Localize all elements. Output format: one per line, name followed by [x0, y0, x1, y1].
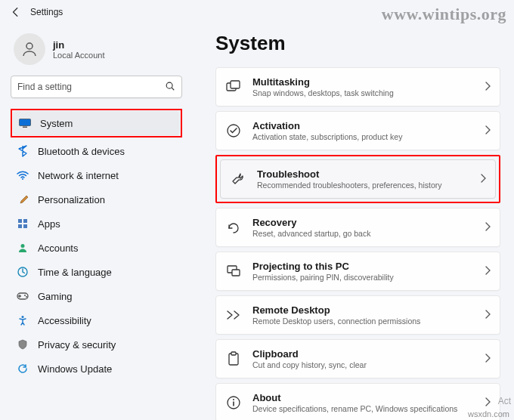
- profile-block[interactable]: jin Local Account: [14, 33, 182, 65]
- svg-line-2: [172, 88, 174, 90]
- svg-rect-7: [23, 219, 27, 223]
- card-title: Clipboard: [252, 348, 485, 360]
- main-panel: System Multitasking Snap windows, deskto…: [193, 24, 514, 420]
- info-icon: [225, 394, 242, 411]
- sidebar-item-time-language[interactable]: Time & language: [11, 260, 182, 284]
- search-icon: [165, 81, 175, 94]
- sidebar-item-label: Network & internet: [38, 170, 119, 181]
- card-projecting[interactable]: Projecting to this PC Permissions, pairi…: [215, 252, 500, 291]
- card-remote-desktop[interactable]: Remote Desktop Remote Desktop users, con…: [215, 295, 500, 335]
- highlight-system: System: [11, 109, 182, 137]
- card-subtitle: Snap windows, desktops, task switching: [252, 88, 485, 97]
- svg-point-5: [22, 178, 23, 180]
- remote-desktop-icon: [225, 307, 242, 323]
- card-title: Multitasking: [252, 76, 485, 88]
- nav-list: System Bluetooth & devices Network & int…: [11, 109, 182, 381]
- person-icon: [17, 242, 29, 254]
- sidebar-item-label: Personalization: [38, 194, 105, 205]
- sidebar-item-gaming[interactable]: Gaming: [11, 284, 182, 308]
- sidebar-item-apps[interactable]: Apps: [11, 212, 182, 236]
- projecting-icon: [225, 263, 242, 279]
- card-subtitle: Remote Desktop users, connection permiss…: [252, 317, 485, 326]
- card-subtitle: Recommended troubleshooters, preferences…: [257, 181, 480, 190]
- card-about[interactable]: About Device specifications, rename PC, …: [215, 383, 500, 420]
- accessibility-icon: [17, 314, 29, 326]
- chevron-right-icon: [485, 266, 491, 277]
- sidebar-item-accessibility[interactable]: Accessibility: [11, 308, 182, 332]
- card-title: Remote Desktop: [252, 304, 485, 316]
- svg-rect-20: [232, 270, 240, 276]
- svg-point-24: [233, 399, 234, 400]
- svg-rect-9: [23, 224, 27, 228]
- card-subtitle: Reset, advanced startup, go back: [252, 229, 485, 238]
- svg-point-15: [22, 316, 24, 318]
- profile-name: jin: [53, 39, 105, 51]
- app-title: Settings: [30, 7, 63, 17]
- activation-icon: [225, 122, 242, 139]
- shield-icon: [17, 338, 29, 351]
- card-title: Troubleshoot: [257, 168, 480, 180]
- profile-subtitle: Local Account: [53, 51, 105, 60]
- card-subtitle: Permissions, pairing PIN, discoverabilit…: [252, 273, 485, 282]
- card-clipboard[interactable]: Clipboard Cut and copy history, sync, cl…: [215, 339, 500, 378]
- search-input[interactable]: [17, 82, 165, 92]
- svg-point-13: [24, 295, 26, 296]
- update-icon: [17, 363, 29, 375]
- svg-point-14: [26, 296, 27, 298]
- svg-point-0: [26, 43, 33, 49]
- sidebar-item-label: Gaming: [38, 291, 73, 302]
- brush-icon: [17, 193, 29, 205]
- page-title: System: [215, 32, 500, 55]
- sidebar-item-privacy[interactable]: Privacy & security: [11, 332, 182, 357]
- svg-rect-25: [233, 402, 234, 406]
- sidebar-item-label: Bluetooth & devices: [38, 146, 125, 157]
- chevron-right-icon: [485, 310, 491, 321]
- sidebar-item-windows-update[interactable]: Windows Update: [11, 357, 182, 381]
- chevron-right-icon: [485, 397, 491, 409]
- bluetooth-icon: [17, 145, 29, 157]
- back-button[interactable]: [9, 5, 23, 19]
- card-title: Activation: [252, 120, 485, 131]
- sidebar-item-personalization[interactable]: Personalization: [11, 187, 182, 212]
- card-title: Recovery: [252, 217, 485, 228]
- title-bar: Settings: [0, 0, 514, 24]
- card-subtitle: Cut and copy history, sync, clear: [252, 360, 485, 369]
- sidebar-item-label: Accessibility: [38, 315, 91, 326]
- sidebar-item-label: Apps: [38, 218, 60, 230]
- gaming-icon: [17, 290, 29, 302]
- card-multitasking[interactable]: Multitasking Snap windows, desktops, tas…: [215, 67, 500, 107]
- card-title: Projecting to this PC: [252, 261, 485, 272]
- multitasking-icon: [225, 79, 242, 95]
- avatar: [14, 33, 45, 65]
- search-box[interactable]: [11, 76, 182, 98]
- settings-cards: Multitasking Snap windows, desktops, tas…: [215, 67, 500, 420]
- card-subtitle: Activation state, subscriptions, product…: [252, 132, 485, 141]
- sidebar: jin Local Account System: [0, 24, 193, 420]
- chevron-right-icon: [480, 174, 486, 185]
- chevron-right-icon: [485, 82, 491, 93]
- sidebar-item-system[interactable]: System: [13, 111, 180, 135]
- sidebar-item-label: Windows Update: [38, 363, 112, 375]
- sidebar-item-accounts[interactable]: Accounts: [11, 236, 182, 260]
- chevron-right-icon: [485, 354, 491, 365]
- sidebar-item-label: System: [40, 118, 73, 129]
- system-icon: [19, 117, 31, 129]
- svg-rect-17: [231, 81, 240, 88]
- svg-rect-22: [231, 352, 236, 355]
- card-recovery[interactable]: Recovery Reset, advanced startup, go bac…: [215, 208, 500, 247]
- svg-point-1: [166, 82, 172, 88]
- sidebar-item-label: Accounts: [38, 242, 78, 254]
- sidebar-item-network[interactable]: Network & internet: [11, 163, 182, 187]
- card-title: About: [252, 392, 485, 403]
- chevron-right-icon: [485, 222, 491, 233]
- sidebar-item-bluetooth[interactable]: Bluetooth & devices: [11, 139, 182, 163]
- card-troubleshoot[interactable]: Troubleshoot Recommended troubleshooters…: [220, 159, 496, 199]
- sidebar-item-label: Time & language: [38, 267, 112, 278]
- clock-globe-icon: [17, 266, 29, 278]
- card-subtitle: Device specifications, rename PC, Window…: [252, 404, 485, 413]
- sidebar-item-label: Privacy & security: [38, 339, 116, 351]
- svg-rect-4: [23, 127, 27, 128]
- svg-rect-6: [18, 219, 22, 223]
- wifi-icon: [17, 169, 29, 181]
- card-activation[interactable]: Activation Activation state, subscriptio…: [215, 111, 500, 150]
